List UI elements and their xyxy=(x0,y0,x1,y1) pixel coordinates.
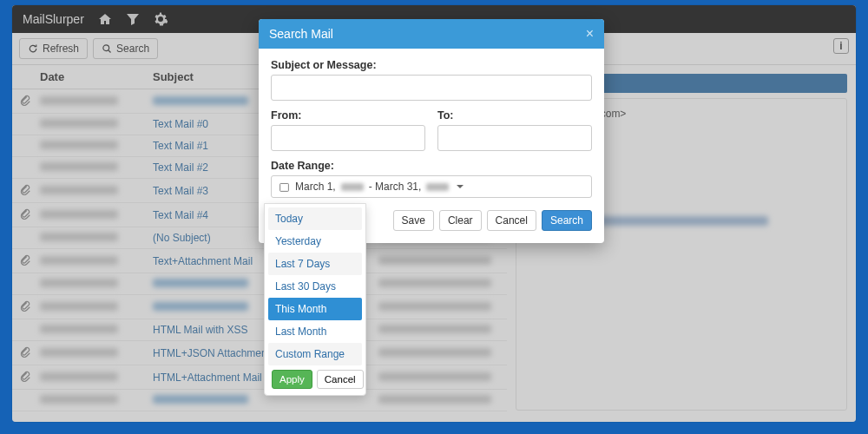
range-option[interactable]: Last 7 Days xyxy=(268,253,362,275)
modal-search-button[interactable]: Search xyxy=(542,210,592,231)
redacted-year xyxy=(426,183,449,191)
range-option[interactable]: Today xyxy=(268,207,362,230)
to-label: To: xyxy=(437,109,592,122)
range-apply-button[interactable]: Apply xyxy=(272,370,312,389)
subject-input[interactable] xyxy=(271,75,592,101)
subject-label: Subject or Message: xyxy=(271,59,592,71)
from-label: From: xyxy=(271,109,425,122)
modal-body: Subject or Message: From: To: Date Range… xyxy=(259,49,604,201)
daterange-dropdown: TodayYesterdayLast 7 DaysLast 30 DaysThi… xyxy=(264,203,366,396)
svg-rect-1 xyxy=(280,183,289,191)
range-option[interactable]: This Month xyxy=(268,298,362,320)
range-option[interactable]: Yesterday xyxy=(268,230,362,253)
calendar-icon xyxy=(279,181,290,193)
daterange-value-part: - March 31, xyxy=(369,181,422,193)
range-option[interactable]: Custom Range xyxy=(268,343,362,365)
modal-save-button[interactable]: Save xyxy=(393,210,434,231)
close-icon[interactable]: × xyxy=(586,26,594,42)
modal-clear-button[interactable]: Clear xyxy=(439,210,482,231)
modal-title: Search Mail xyxy=(269,27,333,41)
from-input[interactable] xyxy=(271,125,425,151)
range-option[interactable]: Last Month xyxy=(268,320,362,343)
daterange-label: Date Range: xyxy=(271,160,592,172)
modal-cancel-button[interactable]: Cancel xyxy=(487,210,536,231)
daterange-value-part: March 1, xyxy=(295,181,336,193)
range-option[interactable]: Last 30 Days xyxy=(268,275,362,298)
to-input[interactable] xyxy=(437,125,592,151)
daterange-input[interactable]: March 1, - March 31, xyxy=(271,175,592,198)
modal-header: Search Mail × xyxy=(259,19,604,49)
range-cancel-button[interactable]: Cancel xyxy=(317,370,364,389)
redacted-year xyxy=(341,183,364,191)
chevron-down-icon xyxy=(457,185,464,188)
